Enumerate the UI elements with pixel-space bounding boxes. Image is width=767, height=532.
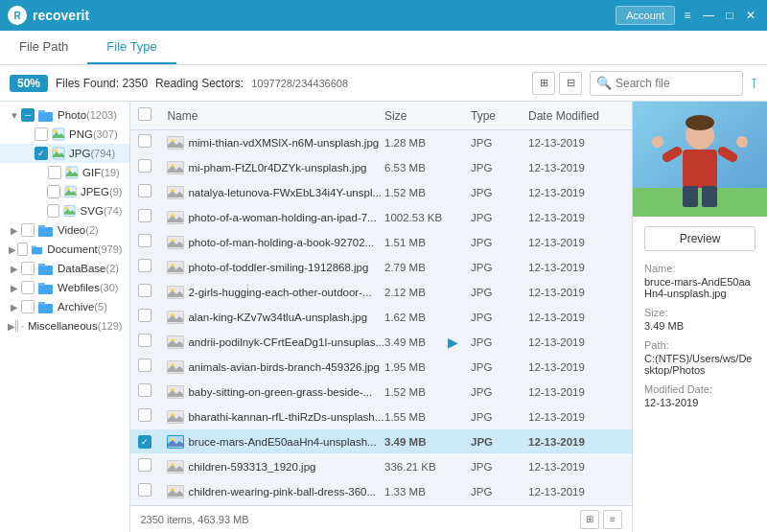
list-view-button[interactable]: ⊞ [532,72,555,95]
checkbox-row-12[interactable]: ✓ [138,435,151,449]
file-name: 2-girls-hugging-each-other-outdoor-... [188,287,384,298]
checkbox-png[interactable] [35,127,48,141]
sidebar-item-document[interactable]: ▶ Document(979) [0,240,129,259]
sidebar-item-jpeg[interactable]: JPEG(9) [0,182,129,201]
checkbox-archive[interactable] [21,300,35,313]
table-row[interactable]: children-593313_1920.jpg 336.21 KB JPG 1… [130,454,632,479]
image-icon-svg [63,204,76,218]
checkbox-row-6[interactable] [138,284,151,297]
file-type: JPG [471,436,528,448]
file-type: JPG [471,461,528,473]
menu-button[interactable]: ≡ [679,7,696,24]
sidebar-item-svg[interactable]: SVG(74) [0,201,129,220]
sidebar-item-database[interactable]: ▶ DataBase(2) [0,259,129,278]
table-row[interactable]: bharathi-kannan-rfL-thiRzDs-unsplash... … [130,405,632,429]
file-date: 12-13-2019 [528,461,624,473]
label-png: PNG(307) [69,128,118,140]
file-type: JPG [471,312,528,323]
table-row[interactable]: animals-avian-birds-branch-459326.jpg 1.… [130,355,632,380]
table-row[interactable]: alan-king-KZv7w34tluA-unsplash.jpg 1.62 … [130,305,632,330]
window-controls: Account ≡ — □ ✕ [616,6,759,25]
sidebar-item-png[interactable]: PNG(307) [0,125,129,144]
checkbox-miscellaneous[interactable] [15,319,18,333]
sidebar-item-photo[interactable]: ▼ ─ Photo(1203) [0,105,129,125]
app-name: recoverit [33,8,89,23]
table-row[interactable]: natalya-letunova-FWxEbL34i4Y-unspl... 1.… [130,180,632,205]
file-thumb [167,236,184,249]
checkbox-row-2[interactable] [138,184,151,197]
file-date: 12-13-2019 [528,237,624,248]
sidebar-item-jpg[interactable]: ✓ JPG(794) [0,144,129,163]
checkbox-row-9[interactable] [138,359,151,372]
table-row[interactable]: photo-of-toddler-smiling-1912868.jpg 2.7… [130,255,632,280]
checkbox-row-1[interactable] [138,159,151,173]
table-row[interactable]: 2-girls-hugging-each-other-outdoor-... 2… [130,280,632,305]
grid-view-button[interactable]: ⊟ [559,72,582,95]
account-button[interactable]: Account [616,6,675,25]
checkbox-database[interactable] [21,262,35,275]
file-size: 1.28 MB [384,137,471,149]
sidebar-item-video[interactable]: ▶ Video(2) [0,220,129,240]
file-thumb [167,335,184,349]
checkbox-row-10[interactable] [138,383,151,397]
table-row[interactable]: andrii-podilnyk-CFrtEeaDg1I-unsuplas... … [130,330,632,355]
preview-image-svg [633,102,767,217]
checkbox-jpg[interactable]: ✓ [35,147,48,160]
preview-size-value: 3.49 MB [644,320,755,332]
file-date: 12-13-2019 [528,212,624,223]
label-jpg: JPG(794) [69,148,115,159]
checkbox-row-4[interactable] [138,234,151,247]
table-row[interactable]: mi-pham-FtZL0r4DZYk-unsplash.jpg 6.53 MB… [130,155,632,180]
tab-filetype[interactable]: File Type [87,31,176,64]
file-type: JPG [471,137,528,149]
checkbox-row-5[interactable] [138,259,151,272]
table-row[interactable]: photo-of-man-holding-a-book-92702... 1.5… [130,230,632,255]
folder-icon-photo [38,109,54,122]
file-type: JPG [471,187,528,198]
checkbox-webfiles[interactable] [21,281,35,294]
table-row[interactable]: children-wearing-pink-ball-dress-360... … [130,479,632,504]
table-row-selected[interactable]: ✓ bruce-mars-AndE50aaHn4-unsplash... 3.4… [130,429,632,454]
close-button[interactable]: ✕ [742,7,759,24]
minimize-button[interactable]: — [700,7,717,24]
row-arrow-indicator: ▶ [448,335,457,350]
footer-grid-icon[interactable]: ⊞ [580,510,599,529]
checkbox-row-14[interactable] [138,483,151,497]
filter-icon[interactable]: ⊺ [751,76,757,91]
svg-rect-14 [32,246,42,253]
checkbox-document[interactable] [17,243,28,256]
table-row[interactable]: mimi-thian-vdXMSlX-n6M-unsplash.jpg 1.28… [130,130,632,155]
checkbox-row-7[interactable] [138,309,151,322]
preview-path-row: Path: C:(NTFS)/Users/ws/Desktop/Photos [644,339,755,376]
sidebar-item-miscellaneous[interactable]: ▶ Miscellaneous(129) [0,316,129,335]
file-date: 12-13-2019 [528,436,624,448]
table-row[interactable]: photo-of-a-woman-holding-an-ipad-7... 10… [130,205,632,230]
chevron-right-web: ▶ [8,283,21,293]
maximize-button[interactable]: □ [721,7,738,24]
checkbox-gif[interactable] [48,166,61,179]
checkbox-row-0[interactable] [138,134,151,148]
sidebar-item-gif[interactable]: GIF(19) [0,163,129,182]
checkbox-video[interactable] [21,223,35,237]
file-size: 1.95 MB [384,361,471,373]
search-input[interactable] [616,77,731,90]
svg-rect-17 [38,264,45,266]
app-logo: R recoverit [8,6,616,25]
checkbox-row-11[interactable] [138,408,151,422]
checkbox-all[interactable] [138,107,151,121]
sidebar-item-webfiles[interactable]: ▶ Webfiles(30) [0,278,129,297]
checkbox-row-8[interactable] [138,334,151,347]
checkbox-svg[interactable] [47,204,59,218]
sidebar-item-archive[interactable]: ▶ Archive(5) [0,297,129,316]
tab-filepath[interactable]: File Path [0,31,87,64]
footer-list-icon[interactable]: ≡ [603,510,622,529]
checkbox-row-13[interactable] [138,458,151,472]
table-row[interactable]: baby-sitting-on-green-grass-beside-... 1… [130,380,632,405]
file-name: mimi-thian-vdXMSlX-n6M-unsplash.jpg [188,137,384,149]
view-toggle: ⊞ ⊟ [532,72,582,95]
checkbox-jpeg[interactable] [47,185,59,198]
checkbox-row-3[interactable] [138,209,151,222]
label-svg: SVG(74) [81,205,123,217]
checkbox-photo[interactable]: ─ [21,108,35,122]
preview-button[interactable]: Preview [644,226,755,251]
